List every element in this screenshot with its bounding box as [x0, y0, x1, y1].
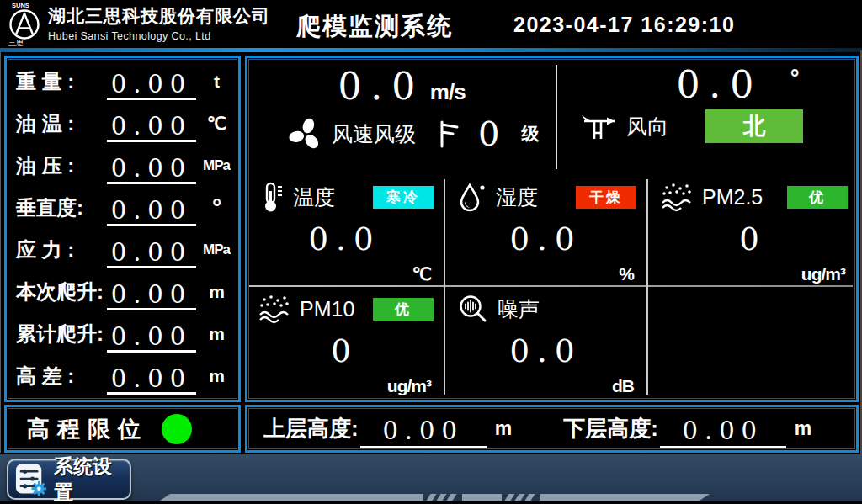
wind-direction-value: 0.0 [676, 63, 763, 106]
wind-direction-unit: ° [790, 66, 800, 91]
tiles-vertical-divider-1 [444, 179, 445, 395]
suns-logo-icon: SUNS 三思 [4, 0, 46, 47]
metric-label: 油 压 : [16, 152, 107, 179]
metric-value: 0.00 [107, 282, 196, 310]
datetime-display: 2023-04-17 16:29:10 [513, 13, 735, 37]
pm25-value: 0 [650, 221, 856, 257]
footer-decoration [0, 494, 862, 501]
footer-bottom-edge [0, 501, 862, 504]
temperature-value: 0.0 [247, 221, 442, 257]
metric-row-weight: 重 量 : 0.00 t [7, 61, 238, 103]
metrics-panel: 重 量 : 0.00 t 油 温 : 0.00 ℃ 油 压 : 0.00 MPa… [4, 56, 241, 402]
lower-level-group: 下层高度: 0.00 m [563, 410, 811, 448]
company-name-en: Hubei Sansi Technology Co., Ltd [48, 30, 270, 42]
tile-noise: 噪声 0.0 dB [447, 288, 645, 396]
metric-row-current-climb: 本次爬升: 0.00 m [7, 271, 238, 313]
header: SUNS 三思 湖北三思科技股份有限公司 Hubei Sansi Technol… [0, 0, 862, 48]
footer-bar: 系统设置 [0, 454, 862, 504]
wind-scale-value: 0 [478, 114, 499, 153]
elevation-limit-label: 高程限位 [27, 414, 148, 444]
metric-label: 高 差 : [16, 363, 107, 390]
noise-icon [457, 293, 489, 325]
humidity-status-badge: 干燥 [576, 186, 636, 209]
metric-unit: m [201, 366, 231, 386]
metric-unit: m [201, 282, 231, 302]
pm25-unit: ug/m³ [801, 264, 845, 284]
metric-unit: ℃ [201, 114, 231, 134]
metric-row-oil-pressure: 油 压 : 0.00 MPa [7, 145, 238, 187]
wind-scale-unit: 级 [521, 122, 539, 146]
upper-level-unit: m [495, 417, 511, 440]
svg-text:三思: 三思 [8, 39, 24, 47]
wind-scale-flag-icon [436, 119, 460, 149]
metric-row-stress: 应 力 : 0.00 MPa [7, 229, 238, 271]
company-name: 湖北三思科技股份有限公司 Hubei Sansi Technology Co.,… [48, 4, 270, 42]
thermometer-icon [258, 181, 285, 213]
upper-level-value: 0.00 [360, 416, 487, 448]
upper-level-label: 上层高度: [263, 414, 359, 443]
metric-label: 油 温 : [16, 110, 107, 137]
metric-unit: m [201, 324, 231, 344]
page-title: 爬模监测系统 [296, 10, 453, 44]
lower-level-unit: m [795, 417, 811, 440]
metric-unit: MPa [201, 157, 231, 174]
tile-name: 温度 [293, 183, 335, 211]
fan-icon [288, 116, 323, 151]
upper-level-group: 上层高度: 0.00 m [263, 410, 511, 448]
wind-speed-section: 0.0 m/s 风速风级 0 级 [247, 58, 556, 176]
metric-value: 0.00 [107, 114, 196, 142]
metric-label: 本次爬升: [16, 279, 107, 305]
metric-row-total-climb: 累计爬升: 0.00 m [7, 313, 238, 355]
monitoring-screen: SUNS 三思 湖北三思科技股份有限公司 Hubei Sansi Technol… [0, 0, 862, 504]
wind-scale-row: 风速风级 0 级 [247, 114, 556, 153]
temperature-unit: ℃ [412, 264, 431, 284]
temperature-status-badge: 寒冷 [373, 186, 434, 209]
metric-unit: t [201, 72, 231, 92]
tile-pm10: PM10 优 0 ug/m³ [247, 288, 442, 396]
metric-label: 垂直度: [16, 194, 107, 221]
pm10-value: 0 [247, 333, 442, 369]
metric-value: 0.00 [107, 324, 196, 353]
metric-row-oil-temp: 油 温 : 0.00 ℃ [7, 103, 238, 145]
header-accent-bar [0, 48, 862, 52]
metric-row-height-diff: 高 差 : 0.00 m [7, 355, 238, 397]
wind-speed-label: 风速风级 [332, 120, 416, 148]
tile-name: PM2.5 [702, 185, 763, 210]
humidity-unit: % [619, 264, 634, 284]
metric-row-verticality: 垂直度: 0.00 ° [7, 187, 238, 229]
metric-value: 0.00 [107, 366, 196, 395]
company-logo: SUNS 三思 [4, 0, 46, 50]
tiles-horizontal-divider [249, 285, 853, 287]
company-name-cn: 湖北三思科技股份有限公司 [48, 4, 270, 28]
settings-icon [14, 462, 47, 497]
env-tiles: 温度 寒冷 0.0 ℃ 湿度 干燥 0.0 % [247, 176, 856, 400]
wind-direction-row: 风向 北 [557, 109, 856, 143]
elevation-limit-box: 高程限位 [4, 405, 241, 453]
lower-level-label: 下层高度: [563, 414, 658, 443]
levels-box: 上层高度: 0.00 m 下层高度: 0.00 m [245, 405, 859, 453]
svg-text:SUNS: SUNS [12, 2, 29, 9]
tiles-vertical-divider-2 [646, 179, 648, 395]
wind-direction-section: 0.0 ° 风向 北 [557, 58, 856, 176]
left-bezel-line [0, 52, 1, 453]
metric-value: 0.00 [107, 240, 196, 268]
dust-icon [660, 182, 694, 212]
metric-label: 重 量 : [16, 68, 107, 95]
pm25-status-badge: 优 [787, 186, 848, 209]
pm10-unit: ug/m³ [387, 376, 431, 396]
metric-value: 0.00 [107, 72, 196, 100]
metric-label: 应 力 : [16, 236, 107, 263]
environment-panel: 0.0 m/s 风速风级 0 级 0.0 ° [245, 56, 859, 402]
wind-speed-display: 0.0 m/s [247, 65, 556, 108]
wind-speed-unit: m/s [430, 79, 466, 104]
wind-direction-label: 风向 [626, 113, 668, 141]
elevation-limit-indicator [162, 414, 192, 444]
noise-unit: dB [612, 376, 634, 396]
tile-name: 湿度 [496, 183, 538, 211]
tile-pm25: PM2.5 优 0 ug/m³ [650, 176, 856, 284]
wind-direction-badge: 北 [705, 109, 803, 143]
wind-vane-icon [579, 110, 618, 142]
tile-name: 噪声 [498, 295, 540, 323]
wind-speed-value: 0.0 [338, 65, 424, 108]
dust-icon [258, 294, 291, 324]
